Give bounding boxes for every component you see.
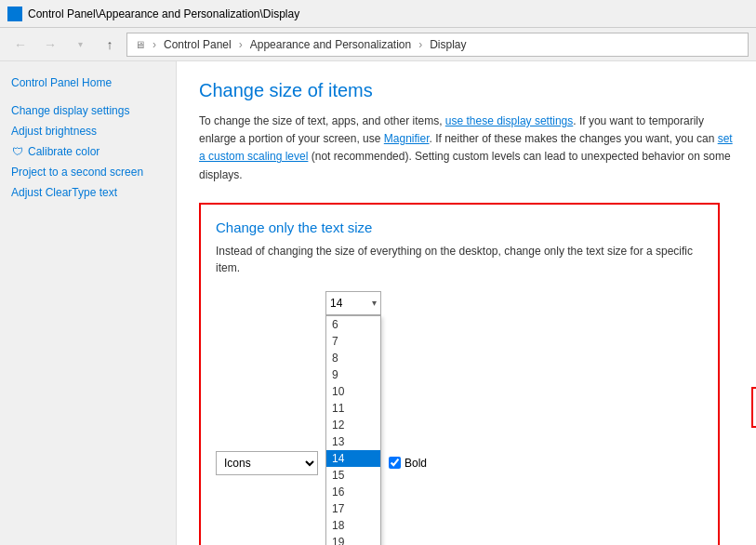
dropdown-item-9[interactable]: 9 bbox=[326, 366, 380, 383]
text-size-section: Change only the text size Instead of cha… bbox=[199, 203, 720, 545]
display-settings-link[interactable]: use these display settings bbox=[445, 114, 573, 127]
dropdown-item-16[interactable]: 16 bbox=[326, 484, 380, 500]
dropdown-item-13[interactable]: 13 bbox=[326, 433, 380, 450]
page-title: Change size of items bbox=[199, 80, 734, 101]
dropdown-item-8[interactable]: 8 bbox=[326, 350, 380, 366]
sidebar-item-label: Calibrate color bbox=[28, 145, 99, 158]
window-icon bbox=[7, 7, 22, 21]
up-button[interactable]: ↑ bbox=[97, 32, 123, 58]
section-title: Change only the text size bbox=[216, 219, 703, 235]
dropdown-item-11[interactable]: 11 bbox=[326, 400, 380, 417]
selected-size: 14 bbox=[330, 297, 342, 310]
bold-label: Bold bbox=[405, 457, 427, 470]
section-description: Instead of changing the size of everythi… bbox=[216, 243, 703, 276]
dropdown-item-14[interactable]: 14 bbox=[326, 450, 380, 467]
address-bar[interactable]: 🖥 › Control Panel › Appearance and Perso… bbox=[126, 33, 749, 57]
bold-checkbox-label[interactable]: Bold bbox=[389, 457, 427, 470]
item-select[interactable]: Icons Title Bars Menus Message Boxes Pal… bbox=[216, 451, 318, 475]
sidebar-item-label: Change display settings bbox=[11, 104, 129, 117]
dropdown-item-6[interactable]: 6 bbox=[326, 316, 380, 333]
magnifier-link[interactable]: Magnifier bbox=[384, 132, 430, 145]
title-bar: Control Panel\Appearance and Personaliza… bbox=[0, 0, 756, 28]
dropdown-item-7[interactable]: 7 bbox=[326, 333, 380, 350]
sidebar-item-adjust-brightness[interactable]: Adjust brightness bbox=[11, 125, 165, 138]
sidebar-item-calibrate-color[interactable]: 🛡 Calibrate color bbox=[11, 145, 165, 158]
breadcrumb-item: 🖥 › Control Panel › Appearance and Perso… bbox=[135, 38, 467, 51]
dropdown-item-19[interactable]: 19 bbox=[326, 534, 380, 545]
sidebar-item-label: Adjust brightness bbox=[11, 125, 97, 138]
sidebar-item-project-screen[interactable]: Project to a second screen bbox=[11, 166, 165, 179]
dropdown-item-10[interactable]: 10 bbox=[326, 383, 380, 400]
back-button[interactable]: ← bbox=[7, 32, 33, 58]
dropdown-item-15[interactable]: 15 bbox=[326, 467, 380, 484]
sidebar: Control Panel Home Change display settin… bbox=[0, 61, 177, 545]
apply-button-wrapper: Apply bbox=[751, 387, 756, 428]
content-area: Change size of items To change the size … bbox=[177, 61, 756, 545]
forward-button[interactable]: → bbox=[37, 32, 63, 58]
dropdown-item-18[interactable]: 18 bbox=[326, 517, 380, 534]
main-container: Control Panel Home Change display settin… bbox=[0, 61, 756, 545]
sidebar-item-change-display[interactable]: Change display settings bbox=[11, 104, 165, 117]
sidebar-home-link[interactable]: Control Panel Home bbox=[11, 76, 165, 89]
recent-pages-button[interactable]: ▾ bbox=[67, 32, 93, 58]
size-dropdown-list[interactable]: 6 7 8 9 10 11 12 13 14 15 16 17 bbox=[325, 315, 381, 545]
sidebar-item-label: Project to a second screen bbox=[11, 166, 143, 179]
controls-row: Icons Title Bars Menus Message Boxes Pal… bbox=[216, 291, 703, 545]
dropdown-arrow-icon: ▾ bbox=[372, 298, 377, 308]
sidebar-item-label: Adjust ClearType text bbox=[11, 186, 117, 199]
sidebar-item-cleartype[interactable]: Adjust ClearType text bbox=[11, 186, 165, 199]
breadcrumb-sep: › bbox=[153, 38, 156, 51]
size-select-wrapper: 14 ▾ 6 7 8 9 10 11 12 13 bbox=[325, 291, 381, 545]
dropdown-item-12[interactable]: 12 bbox=[326, 417, 380, 433]
content-description: To change the size of text, apps, and ot… bbox=[199, 113, 734, 184]
size-dropdown-display[interactable]: 14 ▾ bbox=[325, 291, 381, 315]
shield-icon: 🛡 bbox=[11, 145, 24, 158]
dropdown-item-17[interactable]: 17 bbox=[326, 500, 380, 517]
title-bar-text: Control Panel\Appearance and Personaliza… bbox=[28, 7, 749, 20]
nav-bar: ← → ▾ ↑ 🖥 › Control Panel › Appearance a… bbox=[0, 28, 756, 61]
bold-checkbox[interactable] bbox=[389, 457, 401, 469]
apply-area: Apply bbox=[751, 387, 756, 428]
